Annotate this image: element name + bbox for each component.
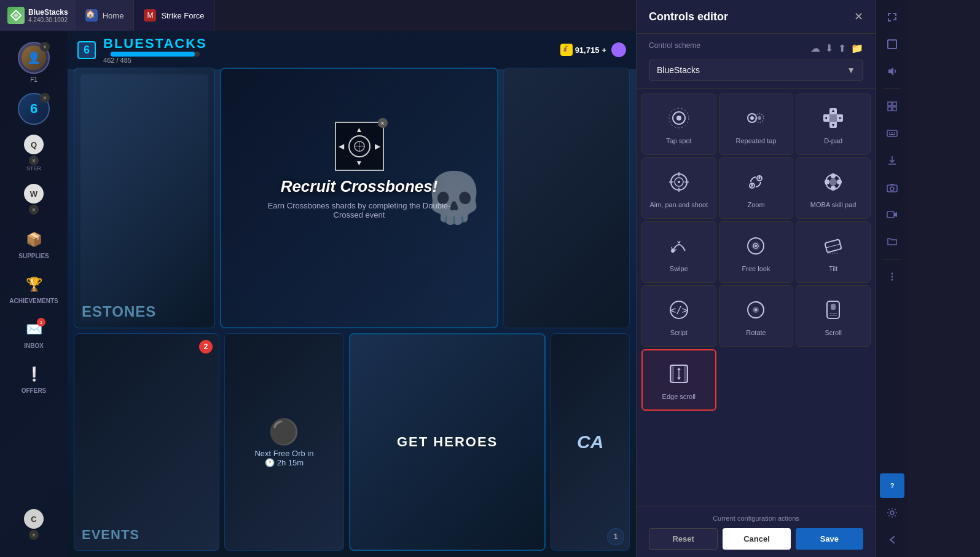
tab-strike-force[interactable]: M Strike Force [134,0,214,31]
panel-close-button[interactable]: ✕ [854,10,863,23]
get-heroes-card[interactable]: GET HEROES [349,333,546,551]
cancel-button[interactable]: Cancel [723,528,790,550]
repeated-tap-label: Repeated tap [735,136,776,145]
nav-inbox[interactable]: ✉️ 1 INBOX [6,312,61,354]
panel-footer: Current configuration actions Reset Canc… [637,507,876,557]
control-edge-scroll[interactable]: Edge scroll [641,349,716,411]
tab-home[interactable]: 🏠 Home [76,0,135,31]
svg-point-38 [825,180,829,184]
level-close[interactable]: × [40,93,50,103]
reset-button[interactable]: Reset [649,528,718,550]
orb-timer-card[interactable]: ⚫ Next Free Orb in 🕐 2h 15m [224,333,344,551]
scheme-import-icon[interactable]: ⬇ [825,42,833,54]
footer-buttons: Reset Cancel Save [649,528,863,550]
control-tilt[interactable]: Tilt [796,221,871,283]
svg-point-6 [676,116,681,120]
supplies-icon: 📦 [21,227,47,253]
folder-icon[interactable] [880,229,904,254]
controls-grid: Tap spot Repeated tap [637,89,876,507]
control-zoom[interactable]: Zoom [719,157,794,219]
inbox-label: INBOX [24,342,44,349]
strike-force-tab-label: Strike Force [161,11,204,20]
scheme-dropdown[interactable]: BlueStacks ▼ [649,60,863,81]
right-top-card[interactable] [503,68,630,328]
control-aim-pan-shoot[interactable]: Aim, pan and shoot [641,157,716,219]
milestone-card[interactable]: ESTONES [74,68,215,328]
tap-spot-icon [664,103,694,133]
control-moba[interactable]: MOBA skill pad [796,157,871,219]
bluestacks-logo: BlueStacks 4.240.30.1002 [0,0,76,31]
scheme-label: Control scheme [649,41,700,50]
aim-pan-shoot-label: Aim, pan and shoot [649,200,708,209]
control-script[interactable]: </> Script [641,285,716,347]
currency-area: 💰 91,715 + [560,42,626,57]
game-cards-area: ESTONES Recruit Crossbones! Earn Crossbo… [68,61,636,557]
logo-diamond [7,7,25,24]
control-dpad[interactable]: D-pad [796,93,871,155]
expand-icon[interactable] [880,5,904,30]
orb-icon: ⚫ [269,417,299,446]
nav-achievements[interactable]: 🏆 ACHIEVEMENTS [6,267,61,309]
events-badge: 2 [199,340,213,354]
camera-icon[interactable] [880,175,904,200]
settings-icon[interactable] [880,500,904,525]
inbox-badge: 1 [37,318,45,326]
keyboard-icon[interactable] [880,121,904,146]
moba-label: MOBA skill pad [810,200,857,209]
widget-close-btn[interactable]: × [378,118,388,128]
c-key-item[interactable]: C × [6,504,61,545]
scheme-export-icon[interactable]: ⬆ [838,42,846,54]
c-key: C [24,509,44,529]
script-label: Script [670,328,688,337]
recruit-crossbones-card[interactable]: Recruit Crossbones! Earn Crossbones shar… [220,68,498,328]
svg-marker-61 [677,377,681,380]
svg-line-46 [826,244,841,248]
grid-icon[interactable] [880,94,904,119]
panel-header: Controls editor ✕ [637,0,876,34]
control-swipe[interactable]: Swipe [641,221,716,283]
w-key-item[interactable]: W × [6,179,61,219]
q-key-item[interactable]: Q × STER [6,130,61,176]
control-tap-spot[interactable]: Tap spot [641,93,716,155]
download-icon[interactable] [880,148,904,173]
control-scroll[interactable]: Scroll [796,285,871,347]
home-tab-label: Home [103,11,124,20]
scheme-header: Control scheme ☁ ⬇ ⬆ 📁 [649,41,863,55]
strike-force-tab-icon: M [144,9,156,22]
scheme-cloud-icon[interactable]: ☁ [810,42,820,54]
avatar-close[interactable]: × [40,42,50,52]
save-button[interactable]: Save [796,528,863,550]
page-badge: 1 [607,528,624,545]
q-close[interactable]: × [29,156,39,165]
scheme-folder-icon[interactable]: 📁 [851,42,863,54]
w-close[interactable]: × [29,205,39,215]
top-card-row: ESTONES Recruit Crossbones! Earn Crossbo… [74,68,630,328]
control-free-look[interactable]: Free look [719,221,794,283]
control-rotate[interactable]: Rotate [719,285,794,347]
level-circle: 6 × [18,93,50,125]
controls-panel: Controls editor ✕ Control scheme ☁ ⬇ ⬆ 📁… [636,0,876,557]
svg-point-23 [678,181,680,183]
edge-scroll-icon [664,359,694,389]
nav-supplies[interactable]: 📦 SUPPLIES [6,222,61,264]
record-icon[interactable] [880,202,904,227]
control-widget[interactable]: × ▲ ▼ ◀ ▶ [335,122,384,171]
app-name: BlueStacks [28,8,68,17]
chevron-down-icon: ▼ [847,65,855,75]
events-card[interactable]: 2 EVENTS [74,333,219,551]
c-close[interactable]: × [29,530,39,540]
fullscreen-icon[interactable] [880,32,904,57]
back-icon[interactable] [880,527,904,552]
widget-right-arrow: ▶ [375,142,380,151]
more-icon[interactable] [880,264,904,289]
ca-card[interactable]: CA 1 [551,333,630,551]
widget-left-arrow: ◀ [339,142,344,151]
volume-icon[interactable] [880,59,904,84]
help-icon[interactable]: ? [880,473,904,498]
control-repeated-tap[interactable]: Repeated tap [719,93,794,155]
svg-point-35 [831,173,836,178]
svg-rect-65 [893,102,896,106]
nav-offers[interactable]: ❕ OFFERS [6,357,61,399]
player-avatar-item[interactable]: 👤 × F1 [6,37,61,88]
svg-rect-16 [829,114,837,122]
